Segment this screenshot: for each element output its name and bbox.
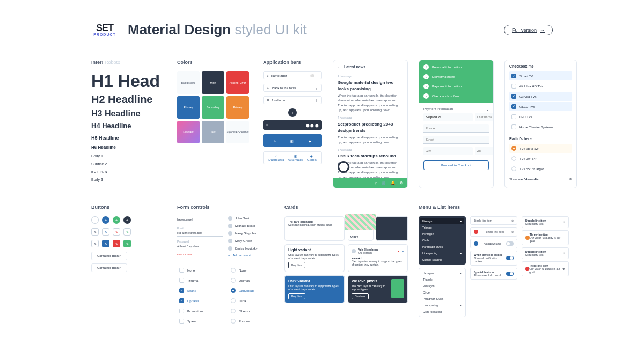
search-icon[interactable]: ⌕	[375, 180, 377, 186]
fab-add[interactable]: +	[288, 108, 297, 117]
arrow-right-icon: →	[540, 27, 545, 33]
card-dark[interactable]: Dark variant Card layouts can vary to su…	[284, 275, 345, 303]
colors-section: Colors Background Main Accent | Error Pr…	[177, 60, 252, 188]
h1-sample: H1 Head	[91, 71, 166, 91]
dark-menu: Hexagon▸ Triangle Pentagon Circle Paragr…	[419, 216, 466, 265]
close-icon: ✕	[267, 98, 269, 102]
street-input[interactable]	[423, 136, 489, 144]
city-input[interactable]	[423, 147, 473, 155]
bottom-nav-light[interactable]: ⌂Dashboard ◧Automated ◆Genes	[263, 151, 322, 164]
appbars-section: Application bars ≡Hamburger ⚪ ⋮ ←Back to…	[263, 60, 322, 188]
fab-dark-add[interactable]: +	[123, 216, 131, 224]
swatch-secondary: Secondary	[202, 96, 224, 119]
appbar-selected[interactable]: ✕3 selected ⋮	[263, 96, 322, 104]
swatch-primary: Primary	[177, 96, 200, 119]
radio-55[interactable]: TVs 55" or larger	[509, 164, 572, 173]
bell-icon[interactable]: 🔔	[391, 180, 396, 186]
check-curved[interactable]: ✓Curved TVs	[509, 92, 572, 101]
pause-fab[interactable]	[338, 161, 349, 173]
fab-outline-add[interactable]: +	[91, 216, 99, 224]
add-account-link[interactable]: +Add account	[228, 254, 274, 257]
list-single[interactable]: Single line item⊙	[470, 216, 517, 225]
swatch-gradient: Gradient	[177, 121, 200, 143]
cart-icon[interactable]: 🛒	[382, 180, 386, 186]
card-user[interactable]: Ada SlicksheeniOS version♥☁ ★★★★☆ Card l…	[348, 244, 408, 272]
card-small[interactable]: The card contained Constrained productio…	[284, 216, 345, 241]
cards-section: Cards The card contained Constrained pro…	[284, 204, 408, 327]
check-oled[interactable]: ✓OLED TVs	[509, 102, 572, 111]
logo: SET PRODUCT	[91, 23, 118, 37]
check-smart-tv[interactable]: ✓Smart TV	[509, 71, 572, 80]
gear-icon[interactable]: ⚙	[400, 180, 403, 186]
check-led[interactable]: LED TVs	[509, 112, 572, 121]
page-title: Material Design styled UI kit	[128, 21, 307, 38]
zip-input[interactable]	[475, 147, 494, 155]
chevron-down-icon[interactable]: ⌄	[486, 107, 489, 111]
filter-panel: Checkbox me ✓Smart TV 4K Ultra HD TVs ✓C…	[504, 60, 577, 188]
swatch-orange: Primary	[226, 96, 249, 119]
form-controls-section: Form controls hauenburger| Email e.g. jo…	[177, 204, 274, 327]
swatch-text: Text	[202, 121, 224, 143]
contact-item[interactable]: John Smith	[228, 216, 274, 221]
radio-39[interactable]: TVs 39"-54"	[509, 154, 572, 163]
appbar-back[interactable]: ←Back to the roots ⋮	[263, 84, 322, 92]
fab-blue-add[interactable]: +	[102, 216, 109, 224]
buttons-section: Buttons + + + + ✎ ✎ ✎ ✎ ✎ ✎ ✎ ✎ Containe…	[91, 204, 166, 327]
arrow-left-icon: ←	[338, 65, 341, 70]
sq-outline-edit[interactable]: ✎	[91, 228, 99, 236]
swatch-main: Main	[202, 71, 224, 94]
bottom-nav-blue[interactable]: ⌂ ◧ ◆	[263, 134, 322, 147]
phone-input[interactable]	[423, 124, 489, 133]
last-name-input[interactable]	[475, 113, 494, 121]
swatch-accent: Accent | Error	[226, 71, 249, 94]
full-version-button[interactable]: Full version→	[504, 25, 553, 35]
typography-section: Inter! Roboto H1 Head H2 Headline H3 Hea…	[91, 60, 166, 188]
arrow-left-icon: ←	[267, 86, 270, 90]
check-4k[interactable]: 4K Ultra HD TVs	[509, 82, 572, 91]
card-light[interactable]: Light variant Card layouts can vary to s…	[284, 244, 345, 272]
appbar-dark[interactable]: ≡⬤ ⬤ ⬤	[263, 120, 322, 130]
container-button-2[interactable]: Container Button	[91, 263, 127, 272]
home-icon: ⌂	[274, 139, 276, 142]
check-theater[interactable]: Home Theater Systems	[509, 122, 572, 131]
radio-32[interactable]: TVs up to 32"	[509, 144, 572, 153]
checkout-button[interactable]: Proceed to Checkout	[423, 160, 489, 170]
fab-green-add[interactable]: +	[113, 216, 120, 224]
appbar-hamburger[interactable]: ≡Hamburger ⚪ ⋮	[263, 71, 322, 79]
swatch-background: Background	[177, 71, 200, 94]
swatch-custom: Zajebiste Sdelano!	[226, 121, 249, 143]
card-pixels[interactable]: We love pixelsThe card layouts can vary …	[348, 275, 408, 303]
news-panel[interactable]: ←Latest news 2 hours ago Google material…	[333, 60, 408, 188]
container-button-1[interactable]: Container Button	[91, 252, 127, 260]
first-name-input[interactable]	[423, 113, 473, 121]
toggle[interactable]	[506, 241, 514, 246]
eye-icon[interactable]: 👁	[569, 178, 572, 181]
menus-section: Menu & List items Hexagon▸ Triangle Pent…	[419, 204, 569, 327]
checkout-form: !Personal information ✓Delivery options …	[419, 60, 494, 188]
menu-icon: ≡	[267, 74, 269, 77]
